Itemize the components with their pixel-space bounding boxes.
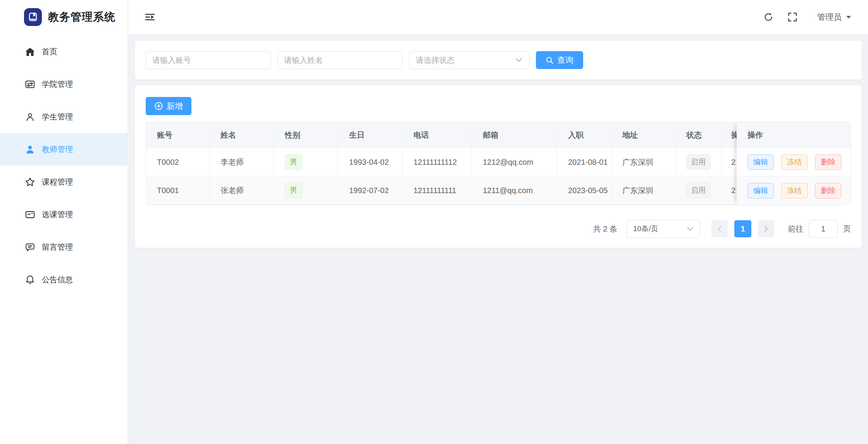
- message-icon: [25, 242, 35, 252]
- fullscreen-icon[interactable]: [787, 12, 798, 22]
- sidebar-item-label: 学生管理: [42, 112, 73, 122]
- topbar-actions: 管理员: [763, 12, 852, 22]
- sidebar-item-announcements[interactable]: 公告信息: [0, 263, 127, 296]
- column-header-birthday: 生日: [338, 122, 403, 148]
- college-icon: [25, 79, 35, 90]
- caret-down-icon: [846, 15, 852, 19]
- cell-status: 启用: [675, 148, 722, 176]
- sidebar-item-label: 选课管理: [42, 209, 73, 220]
- add-button-label: 新增: [167, 101, 183, 112]
- user-menu[interactable]: 管理员: [817, 12, 852, 22]
- column-header-phone: 电话: [403, 122, 472, 148]
- pagination: 共 2 条 10条/页 1 前往 页: [146, 220, 851, 238]
- goto-page-unit: 页: [843, 224, 851, 234]
- account-input[interactable]: [146, 51, 271, 69]
- status-tag: 启用: [686, 154, 710, 170]
- teacher-table: 账号 姓名 性别 生日 电话 邮箱 入职 地址 状态 操作 T0002 李老师 …: [146, 122, 851, 205]
- sidebar: 教务管理系统 首页 学院管理: [0, 0, 128, 444]
- sidebar-item-student[interactable]: 学生管理: [0, 100, 127, 133]
- sidebar-item-enrollment[interactable]: 选课管理: [0, 198, 127, 231]
- topbar: 管理员: [128, 0, 868, 34]
- refresh-icon[interactable]: [763, 12, 774, 22]
- book-logo-icon: [24, 8, 42, 26]
- gender-tag: 男: [285, 183, 302, 198]
- page-number-button[interactable]: 1: [734, 220, 751, 237]
- chevron-down-icon: [515, 58, 523, 62]
- row-actions: 编辑 冻结 删除: [737, 176, 851, 205]
- sidebar-item-label: 教师管理: [42, 144, 73, 155]
- circle-plus-icon: [154, 102, 163, 111]
- teacher-table-panel: 新增 账号 姓名 性别 生日 电话 邮箱 入职 地址 状态 操作 T0002 李…: [135, 85, 862, 248]
- cell-name: 张老师: [210, 176, 274, 205]
- cell-name: 李老师: [210, 148, 274, 176]
- freeze-button[interactable]: 冻结: [781, 154, 808, 170]
- cell-entry: 2023-05-05: [557, 176, 611, 205]
- chevron-left-icon: [717, 225, 722, 232]
- goto-page-input[interactable]: [809, 220, 838, 238]
- next-page-button[interactable]: [758, 220, 774, 237]
- bell-icon: [25, 275, 35, 285]
- search-button-label: 查询: [557, 55, 574, 66]
- delete-button[interactable]: 删除: [815, 183, 841, 199]
- search-panel: 请选择状态 查询: [135, 41, 862, 79]
- goto-label: 前往: [788, 224, 803, 234]
- status-tag: 启用: [686, 183, 710, 198]
- sidebar-item-label: 学院管理: [42, 79, 73, 90]
- sidebar-item-label: 公告信息: [42, 275, 73, 285]
- page-size-value: 10条/页: [633, 224, 687, 234]
- delete-button[interactable]: 删除: [815, 154, 841, 170]
- student-icon: [25, 112, 35, 122]
- app-logo: 教务管理系统: [0, 0, 127, 34]
- cell-address: 广东深圳: [611, 176, 675, 205]
- column-header-actions: 操作: [737, 122, 851, 148]
- cell-email: 1212@qq.com: [472, 148, 557, 176]
- sidebar-item-label: 课程管理: [42, 177, 73, 187]
- cell-phone: 12111111112: [403, 148, 472, 176]
- prev-page-button[interactable]: [711, 220, 728, 237]
- sidebar-item-teacher[interactable]: 教师管理: [0, 133, 127, 166]
- cell-address: 广东深圳: [611, 148, 675, 176]
- column-header-account: 账号: [146, 122, 210, 148]
- cell-gender: 男: [274, 176, 338, 205]
- sidebar-item-college[interactable]: 学院管理: [0, 68, 127, 100]
- home-icon: [25, 47, 35, 57]
- user-name: 管理员: [817, 12, 842, 22]
- cell-status: 启用: [675, 176, 722, 205]
- gender-tag: 男: [285, 154, 302, 170]
- sidebar-item-course[interactable]: 课程管理: [0, 166, 127, 198]
- fixed-action-column: 操作 编辑 冻结 删除 编辑 冻结 删除: [737, 122, 851, 205]
- cell-account: T0002: [146, 148, 210, 176]
- sidebar-item-messages[interactable]: 留言管理: [0, 231, 127, 263]
- pagination-total: 共 2 条: [593, 224, 617, 234]
- cell-phone: 12111111111: [403, 176, 472, 205]
- teacher-icon: [25, 144, 35, 155]
- sidebar-item-label: 留言管理: [42, 242, 73, 252]
- add-button[interactable]: 新增: [146, 97, 191, 115]
- sidebar-item-label: 首页: [42, 47, 57, 57]
- page-size-select[interactable]: 10条/页: [627, 220, 700, 238]
- column-header-status: 状态: [675, 122, 722, 148]
- column-header-gender: 性别: [274, 122, 338, 148]
- column-header-entry: 入职: [557, 122, 611, 148]
- sidebar-fold-icon[interactable]: [145, 12, 155, 22]
- search-button[interactable]: 查询: [536, 51, 583, 69]
- cell-email: 1211@qq.com: [472, 176, 557, 205]
- edit-button[interactable]: 编辑: [747, 154, 774, 170]
- course-star-icon: [25, 177, 35, 187]
- ticket-icon: [25, 209, 35, 220]
- freeze-button[interactable]: 冻结: [781, 183, 808, 199]
- cell-account: T0001: [146, 176, 210, 205]
- search-icon: [546, 56, 554, 64]
- sidebar-menu: 首页 学院管理 学生管理: [0, 34, 127, 296]
- cell-birthday: 1993-04-02: [338, 148, 403, 176]
- cell-entry: 2021-08-01: [557, 148, 611, 176]
- column-header-address: 地址: [611, 122, 675, 148]
- chevron-down-icon: [687, 227, 694, 231]
- edit-button[interactable]: 编辑: [747, 183, 774, 199]
- status-select-placeholder: 请选择状态: [416, 55, 515, 66]
- column-header-name: 姓名: [210, 122, 274, 148]
- name-input[interactable]: [277, 51, 403, 69]
- status-select[interactable]: 请选择状态: [409, 51, 529, 69]
- sidebar-item-home[interactable]: 首页: [0, 35, 127, 68]
- cell-birthday: 1992-07-02: [338, 176, 403, 205]
